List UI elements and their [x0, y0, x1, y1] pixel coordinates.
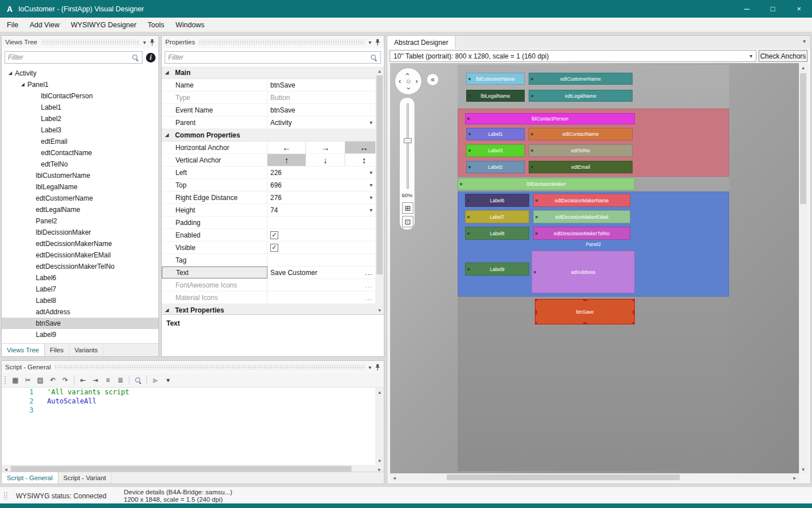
canvas-view-edtlegalname[interactable]: edtLegalName: [529, 90, 633, 102]
prop-value-right-edge-distance[interactable]: 276▾: [267, 191, 384, 203]
collapse-icon[interactable]: ◢: [165, 133, 169, 138]
checkbox-visible[interactable]: ✓: [270, 244, 278, 252]
canvas-view-label2[interactable]: Label2: [466, 161, 525, 173]
selection-handle[interactable]: [633, 322, 635, 324]
canvas-view-edtcustomername[interactable]: edtCustomerName: [529, 73, 633, 85]
cut-icon[interactable]: ✂: [22, 374, 34, 386]
tree-item-label2[interactable]: Label2: [2, 113, 158, 124]
canvas-view-adtaddress[interactable]: adtAddress: [531, 251, 635, 293]
tree-item-edtlegalname[interactable]: edtLegalName: [2, 204, 158, 215]
prop-value-height[interactable]: 74▾: [267, 204, 384, 216]
tree-item-edttelno[interactable]: edtTelNo: [2, 159, 158, 170]
uncomment-icon[interactable]: ≣: [115, 374, 126, 386]
checkbox-enabled[interactable]: ✓: [270, 231, 278, 239]
canvas-view-label7[interactable]: Label7: [465, 210, 529, 223]
search-icon[interactable]: [132, 54, 139, 61]
pan-down-icon[interactable]: ‹: [404, 87, 412, 89]
tree-item-label9[interactable]: Label9: [2, 329, 158, 340]
code-line[interactable]: 3: [2, 406, 375, 415]
collapse-panel-button[interactable]: «: [426, 73, 439, 86]
scrollbar-thumb[interactable]: [11, 466, 351, 472]
anchor-vertical-anchor-0[interactable]: ↑: [267, 154, 306, 166]
anchor-horizontal-anchor-0[interactable]: ←: [267, 141, 306, 153]
canvas-view-lblcustomername[interactable]: lblCustomerName: [466, 73, 525, 85]
code-line[interactable]: 2AutoScaleAll: [2, 397, 375, 406]
panel-menu-icon[interactable]: ▾: [369, 39, 371, 45]
tree-item-label8[interactable]: Label8: [2, 295, 158, 306]
scroll-right-icon[interactable]: ▸: [790, 473, 799, 482]
code-editor[interactable]: 1'All variants script2AutoScaleAll3: [2, 388, 375, 465]
copy-icon[interactable]: ▦: [10, 374, 21, 386]
tree-item-edtcustomername[interactable]: edtCustomerName: [2, 193, 158, 204]
dropdown-caret-icon[interactable]: ▾: [370, 182, 372, 188]
tree-item-panel2[interactable]: Panel2: [2, 215, 158, 227]
dropdown-caret-icon[interactable]: ▾: [370, 194, 372, 201]
canvas-view-label1[interactable]: Label1: [466, 128, 525, 140]
scroll-down-icon[interactable]: ▾: [375, 306, 384, 314]
tree-item-lblcontactperson[interactable]: lblContactPerson: [2, 90, 158, 102]
pin-icon[interactable]: [375, 39, 380, 46]
ellipsis-button[interactable]: ...: [365, 281, 372, 289]
prop-value-text[interactable]: Save Customer...: [267, 267, 384, 278]
scrollbar-thumb[interactable]: [376, 76, 383, 274]
prop-value-fontawesome-icons[interactable]: ...: [267, 279, 384, 291]
canvas-view-edttelno[interactable]: edtTelNo: [529, 144, 633, 157]
pan-up-icon[interactable]: ‹: [404, 73, 412, 75]
prop-value-type[interactable]: Button: [267, 91, 384, 103]
pan-center-dot[interactable]: [407, 80, 411, 84]
canvas-view-lblcontactperson[interactable]: lblContactPerson: [465, 113, 635, 124]
menu-item-tools[interactable]: Tools: [142, 18, 170, 32]
tree-item-panel1[interactable]: ◢Panel1: [2, 79, 158, 90]
tree-item-edtdescissionmakertelno[interactable]: edtDescissionMakerTelNo: [2, 261, 158, 272]
tree-item-adtaddress[interactable]: adtAddress: [2, 306, 158, 318]
prop-value-visible[interactable]: ✓: [267, 241, 384, 253]
prop-value-horizontal-anchor[interactable]: ←→↔: [267, 141, 384, 153]
designer-vscrollbar[interactable]: ▴ ▾: [799, 63, 807, 473]
scroll-down-icon[interactable]: ▾: [799, 465, 807, 473]
redo-icon[interactable]: ↷: [60, 374, 71, 386]
zoom-slider-thumb[interactable]: [404, 138, 412, 143]
selection-handle[interactable]: [583, 299, 587, 301]
canvas-view-edtcontactname[interactable]: edtContactName: [529, 128, 633, 140]
canvas-view-edtdescissionmakertelno[interactable]: edtDescissionMakerTelNo: [533, 227, 630, 240]
close-button[interactable]: ×: [786, 0, 812, 18]
info-icon[interactable]: i: [146, 53, 156, 63]
tab-variants[interactable]: Variants: [69, 344, 103, 356]
zoom-fit-button[interactable]: ⊞: [402, 202, 413, 214]
minimize-button[interactable]: ─: [734, 0, 760, 18]
tree-item-label6[interactable]: Label6: [2, 272, 158, 284]
tree-item-edtemail[interactable]: edtEmail: [2, 136, 158, 147]
prop-section-common-properties[interactable]: ◢Common Properties: [162, 129, 384, 141]
canvas-view-edtdecissionmakeremail[interactable]: edtDecissionMakerEMail: [533, 210, 630, 223]
prop-value-vertical-anchor[interactable]: ↑↓↕: [267, 154, 384, 166]
canvas-view-edtemail[interactable]: edtEmail: [529, 161, 633, 173]
tab-views-tree[interactable]: Views Tree: [2, 344, 45, 356]
scroll-up-icon[interactable]: ▴: [375, 66, 384, 75]
check-anchors-button[interactable]: Check Anchors: [759, 50, 807, 62]
run-icon[interactable]: ▶: [150, 374, 161, 386]
maximize-button[interactable]: □: [760, 0, 786, 18]
code-line[interactable]: 1'All variants script: [2, 388, 375, 397]
outdent-icon[interactable]: ⇤: [77, 374, 89, 386]
prop-value-parent[interactable]: Activity▾: [267, 116, 384, 128]
canvas-view-label8[interactable]: Label8: [465, 227, 529, 240]
tab-script-variant[interactable]: Script - Variant: [58, 472, 112, 484]
tree-item-lbldecissionmaker[interactable]: lblDecissionMaker: [2, 227, 158, 238]
scroll-down-icon[interactable]: ▾: [375, 456, 384, 465]
prop-value-padding[interactable]: [267, 216, 384, 228]
canvas-view-lbldecissionmaker[interactable]: lblDecissionMaker: [458, 178, 635, 190]
properties-vscrollbar[interactable]: ▴ ▾: [375, 66, 384, 314]
tab-abstract-designer[interactable]: Abstract Designer: [387, 36, 455, 49]
panel-menu-icon[interactable]: ▾: [369, 364, 371, 370]
anchor-vertical-anchor-1[interactable]: ↓: [306, 154, 345, 166]
selection-handle[interactable]: [535, 322, 537, 324]
tab-script-general[interactable]: Script - General: [2, 472, 58, 484]
pin-icon[interactable]: [375, 364, 380, 371]
tree-item-lblcustomername[interactable]: lblCustomerName: [2, 170, 158, 181]
designer-canvas[interactable]: Panel2lblCustomerNameedtCustomerNamelblL…: [390, 63, 799, 473]
overflow-chevron-icon[interactable]: ▾: [162, 374, 174, 386]
drag-grip[interactable]: [55, 365, 365, 369]
device-preset-dropdown[interactable]: 10'' Tablet (portrait): 800 x 1280, scal…: [390, 50, 756, 62]
toolbar-grip[interactable]: [4, 376, 7, 385]
prop-value-enabled[interactable]: ✓: [267, 229, 384, 241]
